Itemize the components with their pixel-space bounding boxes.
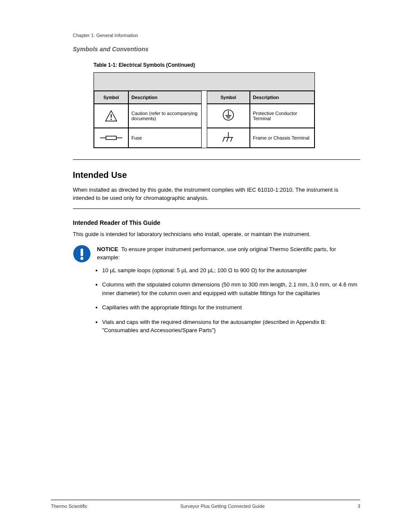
table-subheader-row: Symbol Description Symbol Description [94, 91, 314, 104]
protective-conductor-icon [207, 104, 250, 128]
cell-desc: Protective Conductor Terminal [250, 104, 314, 128]
notice-label: NOTICE [97, 246, 118, 252]
col-symbol-2: Symbol [207, 91, 250, 104]
table-row: Fuse Frame or Chassis Terminal [94, 128, 314, 148]
chassis-terminal-icon [207, 128, 250, 148]
col-desc-1: Description [128, 91, 202, 104]
notice-body: To ensure proper instrument performance,… [97, 246, 336, 260]
svg-rect-9 [106, 136, 116, 140]
col-symbol-1: Symbol [94, 91, 128, 104]
table-row: Caution (refer to accompanying documents… [94, 104, 314, 128]
footer-right: 3 [358, 504, 360, 509]
svg-line-14 [227, 137, 228, 142]
footer-left: Thermo Scientific [51, 504, 87, 509]
list-item: Vials and caps with the required dimensi… [102, 318, 360, 335]
svg-point-18 [81, 257, 84, 260]
intended-reader-paragraph: This guide is intended for laboratory te… [73, 230, 360, 239]
notice-block: NOTICE To ensure proper instrument perfo… [73, 245, 360, 335]
svg-line-13 [223, 137, 224, 142]
table-caption: Table 1-1: Electrical Symbols (Continued… [93, 62, 360, 68]
svg-line-15 [230, 137, 232, 142]
divider [73, 208, 360, 209]
svg-rect-17 [81, 249, 83, 256]
table-header-merged [94, 73, 314, 91]
cell-desc: Caution (refer to accompanying documents… [128, 104, 202, 128]
notice-text: NOTICE To ensure proper instrument perfo… [97, 246, 360, 261]
divider [73, 159, 360, 160]
page-footer: Thermo Scientific Surveyor Plus Getting … [51, 500, 360, 509]
list-item: Columns with the stipulated column dimen… [102, 280, 360, 297]
footer-center: Surveyor Plus Getting Connected Guide [181, 504, 265, 509]
cell-desc: Fuse [128, 128, 202, 148]
symbol-table: Symbol Description Symbol Description Ca… [93, 72, 315, 148]
intended-reader-heading: Intended Reader of This Guide [73, 219, 360, 226]
cell-desc: Frame or Chassis Terminal [250, 128, 314, 148]
list-item: 10 µL sample loops (optional: 5 µL and 2… [102, 266, 360, 275]
notice-list: 10 µL sample loops (optional: 5 µL and 2… [73, 266, 360, 335]
notice-icon [73, 245, 91, 263]
section-label: Symbols and Conventions [73, 46, 360, 53]
page: Chapter 1: General Information Symbols a… [0, 0, 411, 532]
svg-point-2 [111, 119, 112, 120]
col-desc-2: Description [250, 91, 314, 104]
list-item: Capillaries with the appropriate fitting… [102, 303, 360, 312]
intended-use-heading: Intended Use [73, 170, 360, 180]
chapter-label: Chapter 1: General Information [73, 33, 360, 38]
fuse-icon [94, 128, 128, 148]
caution-icon [94, 104, 128, 128]
intended-use-paragraph: When installed as directed by this guide… [73, 186, 360, 202]
